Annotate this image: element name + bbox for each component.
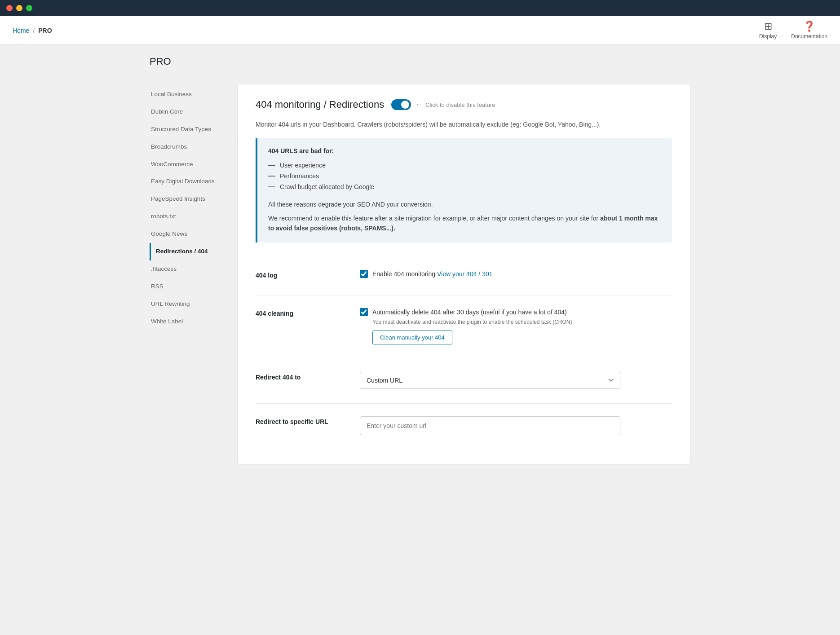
log-checkbox-label: Enable 404 monitoring View your 404 / 30…	[372, 270, 493, 278]
specific-url-form-row: Redirect to specific URL	[256, 416, 672, 435]
documentation-label: Documentation	[791, 33, 827, 40]
feature-title: 404 monitoring / Redirections	[256, 99, 384, 110]
page-title: PRO	[150, 56, 171, 67]
cleaning-helper-text: You must deactivate and reactivate the p…	[372, 319, 672, 325]
sidebar-item-pagespeed[interactable]: PageSpeed Insights	[150, 190, 237, 208]
redirect-label: Redirect 404 to	[256, 372, 345, 381]
sidebar-item-robots[interactable]: robots.txt	[150, 208, 237, 225]
redirect-control: Custom URL Homepage 404 Page None	[360, 372, 672, 389]
log-checkbox[interactable]	[360, 270, 368, 278]
info-text: Monitor 404 urls in your Dashboard. Craw…	[256, 119, 672, 129]
cleaning-checkbox-label: Automatically delete 404 after 30 days (…	[372, 309, 567, 316]
specific-url-input[interactable]	[360, 416, 620, 435]
toggle-hint-text: Click to disable this feature	[425, 101, 495, 108]
sidebar-item-woocommerce[interactable]: WooCommerce	[150, 156, 237, 173]
form-divider-2	[256, 295, 672, 295]
form-divider-4	[256, 403, 672, 404]
feature-header: 404 monitoring / Redirections ← Click to…	[256, 99, 672, 110]
toggle-hint[interactable]: ← Click to disable this feature	[416, 101, 495, 109]
display-action[interactable]: ⊞ Display	[759, 22, 777, 40]
breadcrumb-home-link[interactable]: Home	[13, 27, 29, 34]
info-box-note: All these reasons degrade your SEO AND y…	[268, 199, 661, 209]
sidebar-item-redirections[interactable]: Redirections / 404	[150, 243, 237, 260]
page-title-row: PRO	[150, 56, 690, 73]
log-checkbox-row: Enable 404 monitoring View your 404 / 30…	[360, 270, 672, 278]
breadcrumb-current: PRO	[38, 27, 52, 34]
form-divider-1	[256, 257, 672, 257]
list-item-2: Performances	[280, 172, 319, 180]
sidebar-item-url-rewriting[interactable]: URL Rewriting	[150, 295, 237, 313]
recommend-text: We recommend to enable this feature afte…	[268, 215, 600, 222]
view-404-link[interactable]: View your 404 / 301	[437, 270, 493, 278]
info-box-list: — User experience — Performances — Crawl…	[268, 160, 661, 192]
top-nav: Home / PRO ⊞ Display ❓ Documentation	[0, 16, 840, 45]
documentation-icon: ❓	[803, 22, 815, 31]
cleaning-checkbox[interactable]	[360, 308, 368, 316]
form-divider-3	[256, 359, 672, 359]
list-item-1: User experience	[280, 162, 326, 169]
log-checkbox-text: Enable 404 monitoring	[372, 270, 437, 278]
list-item: — Performances	[268, 171, 661, 181]
arrow-left-icon: ←	[416, 101, 423, 109]
traffic-light-yellow	[16, 5, 22, 11]
sidebar: Local Business Dublin Core Structured Da…	[150, 84, 237, 464]
main-content: 404 monitoring / Redirections ← Click to…	[237, 84, 690, 464]
log-label: 404 log	[256, 270, 345, 279]
specific-url-label: Redirect to specific URL	[256, 416, 345, 425]
toggle-slider	[391, 99, 411, 110]
title-bar	[0, 0, 840, 16]
sidebar-item-local-business[interactable]: Local Business	[150, 86, 237, 103]
cleaning-label: 404 cleaning	[256, 308, 345, 317]
toggle-container: ← Click to disable this feature	[391, 99, 495, 110]
redirect-form-row: Redirect 404 to Custom URL Homepage 404 …	[256, 372, 672, 389]
nav-actions: ⊞ Display ❓ Documentation	[759, 22, 827, 40]
log-control: Enable 404 monitoring View your 404 / 30…	[360, 270, 672, 281]
cleaning-form-row: 404 cleaning Automatically delete 404 af…	[256, 308, 672, 344]
sidebar-item-google-news[interactable]: Google News	[150, 225, 237, 243]
sidebar-item-breadcrumbs[interactable]: Breadcrumbs	[150, 138, 237, 156]
info-box: 404 URLS are bad for: — User experience …	[256, 138, 672, 242]
list-dash-2: —	[268, 172, 275, 180]
log-form-row: 404 log Enable 404 monitoring View your …	[256, 270, 672, 281]
clean-manually-button[interactable]: Clean manually your 404	[372, 331, 452, 344]
traffic-light-red	[6, 5, 13, 11]
info-box-title: 404 URLS are bad for:	[268, 147, 661, 154]
list-item-3: Crawl budget allocated by Google	[280, 183, 374, 190]
sidebar-item-white-label[interactable]: White Label	[150, 313, 237, 331]
sidebar-item-dublin-core[interactable]: Dublin Core	[150, 103, 237, 121]
breadcrumb: Home / PRO	[13, 27, 52, 34]
content-layout: Local Business Dublin Core Structured Da…	[150, 84, 690, 464]
info-box-recommend: We recommend to enable this feature afte…	[268, 213, 661, 234]
list-item: — Crawl budget allocated by Google	[268, 181, 661, 192]
display-icon: ⊞	[764, 22, 772, 31]
list-dash-1: —	[268, 161, 275, 169]
list-item: — User experience	[268, 160, 661, 171]
traffic-light-green	[26, 5, 32, 11]
breadcrumb-separator: /	[33, 27, 35, 34]
redirect-select[interactable]: Custom URL Homepage 404 Page None	[360, 372, 620, 389]
page-wrapper: PRO Local Business Dublin Core Structure…	[137, 45, 703, 475]
sidebar-item-htaccess[interactable]: .htaccess	[150, 260, 237, 278]
display-label: Display	[759, 33, 777, 40]
specific-url-control	[360, 416, 672, 435]
feature-toggle[interactable]	[391, 99, 411, 110]
sidebar-item-rss[interactable]: RSS	[150, 278, 237, 295]
cleaning-control: Automatically delete 404 after 30 days (…	[360, 308, 672, 344]
cleaning-checkbox-row: Automatically delete 404 after 30 days (…	[360, 308, 672, 316]
sidebar-item-easy-digital[interactable]: Easy Digital Downloads	[150, 173, 237, 190]
list-dash-3: —	[268, 183, 275, 191]
documentation-action[interactable]: ❓ Documentation	[791, 22, 827, 40]
sidebar-item-structured-data[interactable]: Structured Data Types	[150, 121, 237, 138]
